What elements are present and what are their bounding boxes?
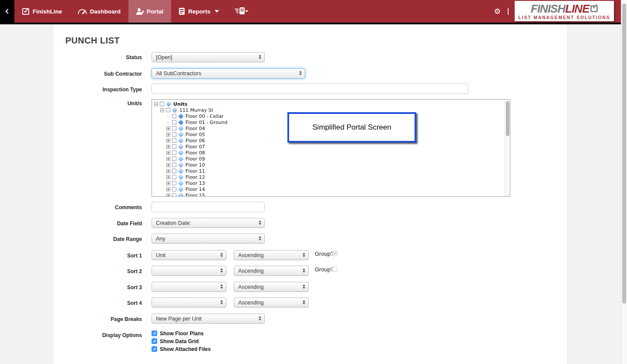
- sort2-field-select[interactable]: [152, 266, 226, 276]
- floor-icon: [178, 138, 184, 144]
- comments-input[interactable]: [152, 202, 265, 212]
- page-breaks-select[interactable]: New Page per Unit: [152, 314, 265, 324]
- gauge-icon: [78, 9, 87, 14]
- sort3-field-select[interactable]: [152, 282, 226, 292]
- tree-row[interactable]: Floor 11: [154, 168, 505, 174]
- tree-connector: [166, 122, 170, 123]
- tree-checkbox[interactable]: [160, 102, 164, 106]
- sort4-field-select[interactable]: [152, 297, 226, 307]
- date-range-label: Date Range: [52, 236, 142, 242]
- sort2-group-checkbox[interactable]: [332, 267, 337, 272]
- logo-tagline: LIST MANAGEMENT SOLUTIONS: [519, 15, 610, 20]
- tree-scrollbar-track[interactable]: [505, 100, 510, 196]
- select-stepper-icon: [220, 268, 223, 273]
- date-range-select[interactable]: Any: [152, 234, 265, 244]
- nav-label-dashboard: Dashboard: [90, 8, 121, 15]
- select-stepper-icon: [303, 268, 305, 273]
- display-options-label: Display Options: [52, 332, 142, 338]
- tree-row[interactable]: Floor 07: [154, 144, 505, 150]
- expand-node-icon[interactable]: [166, 175, 170, 179]
- comments-label: Comments: [52, 204, 142, 210]
- expand-node-icon[interactable]: [166, 127, 170, 130]
- chevron-left-icon: [5, 9, 10, 13]
- show-floor-plans-checkbox[interactable]: [152, 331, 157, 336]
- tree-checkbox[interactable]: [172, 175, 176, 179]
- tree-checkbox[interactable]: [172, 126, 176, 130]
- tree-row[interactable]: Floor 14: [154, 186, 505, 192]
- show-data-grid-checkbox[interactable]: [152, 338, 157, 344]
- nav-item-finishline[interactable]: ✓ FinishLine: [14, 0, 70, 23]
- logo-wordmark: FINISHLINE ✓: [531, 3, 598, 14]
- page-breaks-label: Page Breaks: [52, 316, 142, 322]
- tree-row[interactable]: Floor 08: [154, 150, 505, 156]
- status-select[interactable]: [Open]: [152, 52, 265, 62]
- collapse-node-icon[interactable]: [154, 102, 158, 106]
- window-scrollbar-thumb[interactable]: [622, 3, 626, 304]
- expand-node-icon[interactable]: [166, 163, 170, 167]
- floor-icon: [178, 174, 184, 180]
- tree-checkbox[interactable]: [172, 132, 176, 137]
- logo-word-finish: FINISH: [531, 3, 565, 14]
- tree-checkbox[interactable]: [172, 181, 176, 185]
- logo-word-line: LINE: [565, 3, 589, 14]
- tree-row[interactable]: Floor 12: [154, 174, 505, 180]
- tree-row[interactable]: Floor 09: [154, 156, 505, 162]
- floor-icon: [178, 144, 184, 150]
- tree-row[interactable]: Units: [154, 101, 505, 107]
- sub-contractor-select[interactable]: All SubContractors: [152, 68, 305, 79]
- select-stepper-icon: [259, 55, 261, 59]
- gear-icon[interactable]: ⚙: [494, 8, 501, 15]
- tree-scrollbar-thumb[interactable]: [506, 101, 509, 136]
- tree-checkbox[interactable]: [172, 114, 176, 118]
- sort2-direction-select[interactable]: Ascending: [234, 266, 309, 276]
- tree-checkbox[interactable]: [172, 157, 176, 161]
- sort1-direction-value: Ascending: [238, 252, 263, 258]
- nav-item-portal[interactable]: Portal: [128, 0, 171, 23]
- expand-node-icon[interactable]: [166, 133, 170, 137]
- select-stepper-icon: [259, 236, 261, 240]
- expand-node-icon[interactable]: [166, 194, 170, 197]
- sort1-direction-select[interactable]: Ascending: [234, 250, 309, 260]
- nav-item-dashboard[interactable]: Dashboard: [70, 0, 129, 23]
- sort1-label: Sort 1: [52, 253, 142, 259]
- window-scrollbar-track[interactable]: [621, 0, 627, 364]
- date-field-select[interactable]: Creation Date:: [152, 218, 265, 228]
- tree-checkbox[interactable]: [172, 150, 176, 155]
- sort1-field-select[interactable]: Unit: [152, 250, 226, 260]
- show-attached-files-checkbox[interactable]: [152, 346, 157, 352]
- collapse-sidebar-button[interactable]: [0, 0, 14, 23]
- show-data-grid-label: Show Data Grid: [160, 338, 199, 344]
- expand-node-icon[interactable]: [166, 151, 170, 155]
- sort1-group-checkbox[interactable]: [332, 251, 337, 256]
- tree-checkbox[interactable]: [172, 120, 176, 124]
- expand-node-icon[interactable]: [166, 169, 170, 173]
- tree-checkbox[interactable]: [172, 193, 176, 196]
- tree-checkbox[interactable]: [172, 144, 176, 149]
- tree-checkbox[interactable]: [172, 138, 176, 143]
- sub-contractor-select-value: All SubContractors: [156, 70, 201, 77]
- expand-node-icon[interactable]: [166, 145, 170, 149]
- floor-icon: [178, 114, 184, 119]
- logo-checkbox-icon: ✓: [590, 5, 598, 12]
- tree-row[interactable]: Floor 15: [154, 192, 505, 196]
- expand-node-icon[interactable]: [166, 187, 170, 191]
- expand-node-icon[interactable]: [166, 139, 170, 143]
- tree-row[interactable]: Floor 10: [154, 162, 505, 168]
- tree-checkbox[interactable]: [172, 169, 176, 173]
- quick-report-icon: [235, 7, 248, 15]
- expand-node-icon[interactable]: [166, 181, 170, 185]
- nav-item-quick-report[interactable]: [227, 0, 256, 23]
- sort4-direction-select[interactable]: Ascending: [234, 297, 309, 307]
- collapse-node-icon[interactable]: [160, 108, 164, 112]
- tree-checkbox[interactable]: [166, 108, 170, 112]
- nav-item-reports[interactable]: Reports: [171, 0, 227, 23]
- tree-checkbox[interactable]: [172, 187, 176, 191]
- expand-node-icon[interactable]: [166, 157, 170, 161]
- person-icon: [136, 8, 143, 15]
- inspection-type-input[interactable]: [152, 83, 469, 94]
- tree-checkbox[interactable]: [172, 163, 176, 167]
- app-window: ✓ FinishLine Dashboard Portal Reports: [0, 0, 627, 364]
- sort3-direction-select[interactable]: Ascending: [234, 282, 309, 292]
- tree-row[interactable]: Floor 13: [154, 180, 505, 186]
- nav-label-portal: Portal: [147, 8, 163, 15]
